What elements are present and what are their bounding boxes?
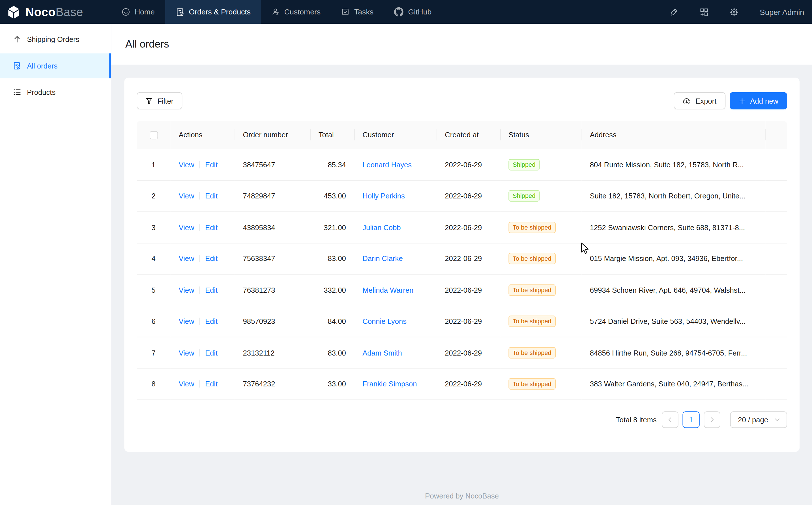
sidebar-item-products[interactable]: Products [0, 80, 111, 105]
sidebar-item-all-orders[interactable]: All orders [0, 53, 111, 78]
column-header-created-at: Created at [437, 121, 500, 149]
view-link[interactable]: View [179, 192, 194, 200]
powered-by-footer: Powered by NocoBase [124, 492, 800, 505]
customer-link[interactable]: Frankie Simpson [362, 380, 417, 388]
status-badge: To be shipped [508, 284, 555, 296]
select-all-checkbox[interactable] [150, 131, 158, 139]
page-header: All orders [111, 24, 812, 65]
customer-link[interactable]: Adam Smith [362, 348, 402, 357]
customer-cell: Frankie Simpson [354, 368, 437, 400]
action-divider [200, 349, 200, 356]
plus-icon [738, 97, 746, 105]
edit-link[interactable]: Edit [205, 380, 218, 388]
view-link[interactable]: View [179, 348, 194, 357]
tab-customers[interactable]: Customers [261, 0, 331, 24]
tab-tasks[interactable]: Tasks [331, 0, 384, 24]
edit-link[interactable]: Edit [205, 348, 218, 357]
chevron-left-icon [667, 417, 673, 423]
tab-home[interactable]: Home [111, 0, 165, 24]
main-area: All orders Filter [111, 24, 812, 505]
order-number-cell: 23132112 [235, 337, 310, 369]
row-actions-cell: ViewEdit [170, 337, 235, 369]
nocobase-logo: NocoBase [0, 0, 111, 24]
filter-button[interactable]: Filter [137, 92, 182, 109]
customer-cell: Darin Clarke [354, 243, 437, 275]
edit-link[interactable]: Edit [205, 255, 218, 263]
status-cell: To be shipped [500, 275, 581, 306]
status-badge: To be shipped [508, 378, 555, 390]
status-cell: To be shipped [500, 306, 581, 337]
edit-link[interactable]: Edit [205, 317, 218, 326]
view-link[interactable]: View [179, 161, 194, 169]
customer-cell: Melinda Warren [354, 275, 437, 306]
column-header-filler [765, 121, 787, 149]
customer-link[interactable]: Connie Lyons [362, 317, 407, 326]
customer-link[interactable]: Julian Cobb [362, 223, 400, 231]
edit-link[interactable]: Edit [205, 223, 218, 231]
customer-link[interactable]: Leonard Hayes [362, 161, 412, 169]
row-actions-cell: ViewEdit [170, 149, 235, 181]
customer-link[interactable]: Darin Clarke [362, 255, 402, 263]
pagination-page-1[interactable]: 1 [683, 411, 700, 428]
created-at-cell: 2022-06-29 [437, 212, 500, 243]
row-index-cell: 3 [137, 212, 170, 243]
filler-cell [765, 368, 787, 400]
filler-cell [765, 306, 787, 337]
export-button[interactable]: Export [673, 92, 725, 109]
filler-cell [765, 212, 787, 243]
customer-cell: Connie Lyons [354, 306, 437, 337]
table-row: 8 ViewEdit 73764232 33.00 Frankie Simpso… [137, 368, 787, 400]
tab-github[interactable]: GitHub [384, 0, 442, 24]
edit-link[interactable]: Edit [205, 161, 218, 169]
order-number-cell: 73764232 [235, 368, 310, 400]
tab-label: Home [135, 8, 155, 16]
status-badge: To be shipped [508, 347, 555, 358]
row-index-cell: 4 [137, 243, 170, 275]
page-size-select[interactable]: 20 / page [730, 411, 787, 428]
total-cell: 85.34 [310, 149, 354, 181]
sidebar-item-shipping-orders[interactable]: Shipping Orders [0, 27, 111, 52]
table-row: 5 ViewEdit 76381273 332.00 Melinda Warre… [137, 275, 787, 306]
add-new-button[interactable]: Add new [729, 92, 787, 109]
column-header-order-number: Order number [235, 121, 310, 149]
status-badge: Shipped [508, 190, 540, 201]
highlighter-icon[interactable] [670, 8, 679, 16]
pagination-next-button[interactable] [704, 411, 720, 428]
created-at-cell: 2022-06-29 [437, 243, 500, 275]
tab-label: Customers [284, 8, 320, 16]
total-cell: 84.00 [310, 306, 354, 337]
customer-cell: Adam Smith [354, 337, 437, 369]
edit-link[interactable]: Edit [205, 192, 218, 200]
view-link[interactable]: View [179, 317, 194, 326]
table-header-row: Actions Order number Total Customer Crea… [137, 121, 787, 149]
row-actions-cell: ViewEdit [170, 306, 235, 337]
customer-link[interactable]: Melinda Warren [362, 286, 414, 294]
status-cell: Shipped [500, 149, 581, 181]
customer-link[interactable]: Holly Perkins [362, 192, 405, 200]
gear-icon[interactable] [730, 8, 739, 16]
arrow-up-icon [13, 35, 21, 43]
appstore-add-icon[interactable] [700, 8, 709, 16]
row-index-cell: 5 [137, 275, 170, 306]
tab-orders-products[interactable]: Orders & Products [165, 0, 261, 24]
total-cell: 453.00 [310, 181, 354, 212]
navbar-right: Super Admin [670, 0, 812, 24]
view-link[interactable]: View [179, 380, 194, 388]
status-cell: Shipped [500, 181, 581, 212]
total-cell: 332.00 [310, 275, 354, 306]
status-cell: To be shipped [500, 368, 581, 400]
row-index-cell: 7 [137, 337, 170, 369]
created-at-cell: 2022-06-29 [437, 306, 500, 337]
row-actions-cell: ViewEdit [170, 275, 235, 306]
view-link[interactable]: View [179, 286, 194, 294]
user-menu[interactable]: Super Admin [760, 8, 804, 16]
sidebar-item-label: All orders [27, 62, 57, 70]
edit-link[interactable]: Edit [205, 286, 218, 294]
person-icon [271, 8, 280, 16]
pagination-prev-button[interactable] [662, 411, 679, 428]
table-row: 2 ViewEdit 74829847 453.00 Holly Perkins… [137, 181, 787, 212]
view-link[interactable]: View [179, 223, 194, 231]
main-nav-tabs: Home Orders & Products [111, 0, 442, 24]
view-link[interactable]: View [179, 255, 194, 263]
table-row: 7 ViewEdit 23132112 83.00 Adam Smith 202… [137, 337, 787, 369]
